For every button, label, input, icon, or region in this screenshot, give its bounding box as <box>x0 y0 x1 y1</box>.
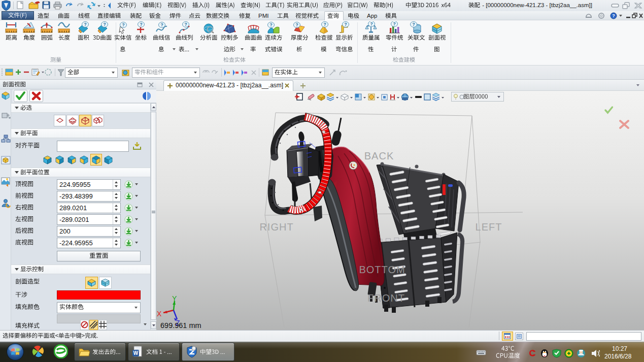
svg-text:Y: Y <box>172 294 177 303</box>
svg-text:LEFT: LEFT <box>476 221 502 233</box>
svg-text:?: ? <box>184 22 187 27</box>
svg-text:?: ? <box>323 22 326 27</box>
svg-text:?: ? <box>295 22 298 27</box>
svg-text:W: W <box>133 350 139 356</box>
svg-text:BOTTOM: BOTTOM <box>359 264 405 275</box>
svg-text:?: ? <box>344 22 347 27</box>
svg-text:?: ? <box>140 22 142 27</box>
svg-text:?: ? <box>612 13 615 18</box>
svg-text:?: ? <box>393 21 395 26</box>
svg-text:?: ? <box>103 22 106 27</box>
svg-text:?: ? <box>269 22 272 27</box>
svg-text:?: ? <box>160 22 163 27</box>
svg-text:?: ? <box>412 22 415 27</box>
svg-text:?: ? <box>370 21 372 26</box>
svg-text:RIGHT: RIGHT <box>259 221 293 233</box>
svg-text:FRONT: FRONT <box>367 292 405 304</box>
svg-text:?: ? <box>122 22 124 27</box>
svg-text:?: ? <box>84 22 86 27</box>
svg-text:699.961 mm: 699.961 mm <box>160 321 201 330</box>
svg-text:X: X <box>157 310 162 318</box>
svg-text:BACK: BACK <box>364 150 394 161</box>
